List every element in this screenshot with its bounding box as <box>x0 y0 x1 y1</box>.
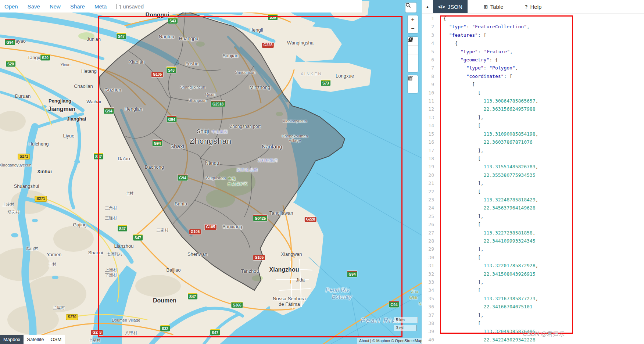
map-base-graphics <box>0 0 422 344</box>
menu-items: OpenSaveNewShareMeta <box>4 3 107 10</box>
line-number: 3 <box>422 31 434 39</box>
line-number: 17 <box>422 147 434 155</box>
code-line: 113.32167385877273, <box>443 295 644 303</box>
line-number: 16 <box>422 138 434 146</box>
code-line: "coordinates": [ <box>443 72 644 80</box>
table-tab-icon: ⊞ <box>484 4 488 10</box>
delete-feature-button[interactable] <box>408 84 418 93</box>
menu-item-share[interactable]: Share <box>70 3 85 10</box>
tab-label: JSON <box>448 4 462 10</box>
line-number: 10 <box>422 89 434 97</box>
tab-help[interactable]: ?Help <box>520 0 547 13</box>
code-line: { <box>443 39 644 47</box>
code-line: 113.31551485826783, <box>443 163 644 171</box>
tab-json[interactable]: </>JSON <box>433 0 468 13</box>
menu-item-save[interactable]: Save <box>28 3 40 10</box>
zoom-out-button[interactable]: − <box>408 24 418 33</box>
line-number: 18 <box>422 155 434 163</box>
search-button[interactable] <box>405 3 416 12</box>
menu-item-meta[interactable]: Meta <box>94 3 107 10</box>
line-number: 24 <box>422 204 434 212</box>
line-number: 23 <box>422 196 434 204</box>
line-number: 34 <box>422 286 434 294</box>
code-line: 22.363156624957988 <box>443 105 644 113</box>
json-tab-icon: </> <box>438 4 445 10</box>
line-number: 2 <box>422 23 434 31</box>
code-line: [ <box>443 80 644 89</box>
code-line: [ <box>443 286 644 294</box>
panel-header: ▲ </>JSON⊞Table?Help <box>422 0 644 14</box>
draw-toolbar <box>408 37 418 72</box>
code-line: "type": "Polygon", <box>443 64 644 72</box>
code-line: 113.30864785865657, <box>443 97 644 105</box>
json-editor: 1234567891011121314151617181920212223242… <box>422 13 644 344</box>
code-line: "features": [ <box>443 31 644 39</box>
search-icon <box>405 3 411 8</box>
menu-item-new[interactable]: New <box>50 3 61 10</box>
line-number: 39 <box>422 327 434 336</box>
watermark-text: CSDN @君归乐 <box>523 330 565 338</box>
line-number: 38 <box>422 319 434 327</box>
line-number: 15 <box>422 130 434 138</box>
zoom-control: + − <box>408 15 418 33</box>
code-line: 22.355380775934535 <box>443 171 644 179</box>
map-attribution[interactable]: About | © Mapbox © OpenStreetMap <box>357 338 422 344</box>
line-number: 4 <box>422 39 434 47</box>
panel-tabs: </>JSON⊞Table?Help <box>433 0 558 13</box>
code-line: 22.34166704075101 <box>443 303 644 311</box>
help-tab-icon: ? <box>525 4 528 10</box>
line-number: 37 <box>422 311 434 319</box>
code-line: 22.344109993324345 <box>443 237 644 245</box>
line-number: 9 <box>422 80 434 89</box>
code-editor-text[interactable]: { "type": "FeatureCollection", "features… <box>438 13 644 344</box>
line-number: 31 <box>422 262 434 270</box>
code-line: { <box>443 15 644 23</box>
save-status-label: unsaved <box>123 3 144 10</box>
collapse-panel-button[interactable]: ▲ <box>422 0 433 13</box>
draw-polygon-tool-button[interactable] <box>408 46 418 54</box>
scale-km: 5 km <box>394 317 418 323</box>
line-number: 12 <box>422 105 434 113</box>
scale-mi: 3 mi <box>394 325 416 331</box>
line-number: 14 <box>422 122 434 130</box>
code-line: "geometry": { <box>443 56 644 64</box>
menu-item-open[interactable]: Open <box>4 3 18 10</box>
code-line: [ <box>443 122 644 130</box>
line-number: 26 <box>422 221 434 229</box>
save-status[interactable]: unsaved <box>116 3 144 10</box>
document-icon <box>116 4 121 9</box>
baselayer-switcher: MapboxSatelliteOSM <box>0 335 65 344</box>
line-number-gutter: 1234567891011121314151617181920212223242… <box>422 13 438 344</box>
code-line: [ <box>443 319 644 327</box>
map-canvas[interactable]: RongguiJun'anYayaoTangxiaYicunHetangChao… <box>0 0 422 344</box>
line-number: 35 <box>422 295 434 303</box>
trash-icon <box>408 75 414 81</box>
code-line: 22.36037867871076 <box>443 138 644 146</box>
code-line: 113.32201785872928, <box>443 262 644 270</box>
draw-marker-tool-button[interactable] <box>408 63 418 72</box>
baselayer-mapbox[interactable]: Mapbox <box>0 335 24 344</box>
code-line: [ <box>443 254 644 262</box>
geojson-io-app: RongguiJun'anYayaoTangxiaYicunHetangChao… <box>0 0 644 344</box>
line-number: 25 <box>422 212 434 221</box>
zoom-in-button[interactable]: + <box>408 15 418 24</box>
code-line: ], <box>443 179 644 187</box>
code-line: "type": "FeatureCollection", <box>443 23 644 31</box>
line-number: 40 <box>422 336 434 344</box>
tab-table[interactable]: ⊞Table <box>479 0 509 13</box>
line-number: 19 <box>422 163 434 171</box>
editor-panel: ▲ </>JSON⊞Table?Help 1234567891011121314… <box>422 0 644 344</box>
edit-toolbar <box>408 75 418 93</box>
line-number: 33 <box>422 278 434 286</box>
baselayer-osm[interactable]: OSM <box>47 335 65 344</box>
line-number: 5 <box>422 48 434 56</box>
baselayer-satellite[interactable]: Satellite <box>24 335 47 344</box>
code-line: 113.32248785818429, <box>443 196 644 204</box>
code-line: ], <box>443 212 644 221</box>
code-line: 113.31090085854198, <box>443 130 644 138</box>
line-number: 28 <box>422 237 434 245</box>
code-line: 22.345637964149628 <box>443 204 644 212</box>
line-number: 36 <box>422 303 434 311</box>
line-number: 11 <box>422 97 434 105</box>
draw-rectangle-tool-button[interactable] <box>408 54 418 63</box>
